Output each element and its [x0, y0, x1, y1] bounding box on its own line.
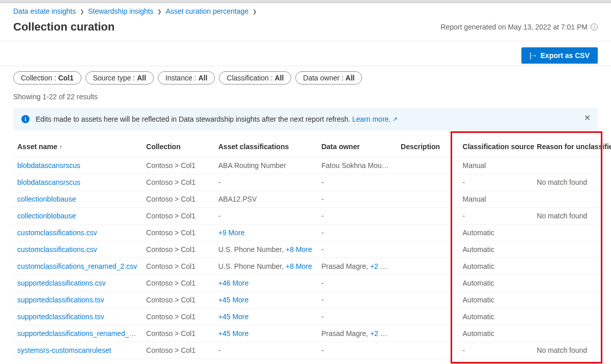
col-header-owner[interactable]: Data owner	[317, 136, 397, 157]
cell-description	[397, 275, 458, 292]
more-classifications-link[interactable]: +45 More	[218, 313, 249, 321]
cell-collection: Contoso > Col1	[142, 241, 214, 258]
cell-classification-source: Automatic	[459, 258, 533, 275]
cell-owner: -	[317, 174, 397, 191]
more-classifications-link[interactable]: +8 More	[286, 262, 312, 270]
cell-classification-source: Automatic	[459, 225, 533, 241]
cell-classifications: -	[214, 208, 317, 225]
col-header-classifications[interactable]: Asset classifications	[214, 136, 317, 157]
col-header-classification-source[interactable]: Classification source	[459, 136, 533, 157]
chevron-right-icon: ❯	[253, 9, 257, 14]
result-count: Showing 1-22 of 22 results	[0, 89, 611, 106]
breadcrumb-item-1[interactable]: Stewardship insights	[88, 7, 153, 15]
asset-link[interactable]: supportedclassifications.tsv	[17, 313, 104, 321]
asset-link[interactable]: customclassifications.csv	[17, 245, 97, 254]
more-classifications-link[interactable]: +8 More	[286, 245, 312, 254]
filter-instance[interactable]: Instance : All	[158, 71, 215, 85]
cell-reason	[533, 191, 605, 208]
cell-description	[397, 342, 458, 359]
info-icon[interactable]: i	[591, 23, 598, 31]
export-csv-button[interactable]: |→ Export as CSV	[521, 47, 598, 64]
cell-classification-source: Manual	[459, 191, 533, 208]
cell-reason	[533, 292, 605, 309]
cell-classifications: -	[214, 174, 317, 191]
cell-asset: customclassifications_renamed_2.csv	[13, 258, 142, 275]
asset-link[interactable]: customclassifications.csv	[17, 229, 97, 237]
breadcrumb-item-0[interactable]: Data estate insights	[13, 7, 76, 15]
asset-link[interactable]: blobdatascansrscus	[17, 161, 80, 170]
export-icon: |→	[530, 51, 537, 60]
filter-classification[interactable]: Classification : All	[219, 71, 291, 85]
filter-collection[interactable]: Collection : Col1	[13, 71, 81, 85]
cell-asset: systemsrs-customscanruleset	[13, 359, 142, 365]
sort-ascending-icon: ↑	[60, 144, 63, 151]
cell-collection: Contoso > Col1	[142, 325, 214, 342]
learn-more-link[interactable]: Learn more. ↗	[352, 115, 398, 123]
asset-link[interactable]: supportedclassifications.tsv	[17, 296, 104, 304]
more-owners-link[interactable]: +2 More	[370, 329, 397, 338]
cell-owner: -	[317, 275, 397, 292]
col-header-collection[interactable]: Collection	[142, 136, 214, 157]
cell-description	[397, 292, 458, 309]
table-row: supportedclassifications_renamed_2.tsvCo…	[13, 325, 605, 342]
more-owners-link[interactable]: +2 More	[370, 262, 397, 270]
cell-classification-source: Automatic	[459, 292, 533, 309]
asset-link[interactable]: collectionblobause	[17, 195, 76, 203]
table-row: systemsrs-customscanrulesetContoso > Col…	[13, 359, 605, 365]
cell-reason: No match found	[533, 359, 605, 365]
filter-source-type[interactable]: Source type : All	[86, 71, 154, 85]
cell-owner: -	[317, 292, 397, 309]
cell-reason	[533, 275, 605, 292]
asset-link[interactable]: blobdatascansrscus	[17, 178, 80, 186]
cell-asset: supportedclassifications_renamed_2.tsv	[13, 325, 142, 342]
table-row: supportedclassifications.csvContoso > Co…	[13, 275, 605, 292]
cell-owner: -	[317, 309, 397, 325]
table-row: blobdatascansrscusContoso > Col1ABA Rout…	[13, 157, 605, 174]
cell-reason	[533, 241, 605, 258]
cell-collection: Contoso > Col1	[142, 258, 214, 275]
report-generated-text: Report generated on May 13, 2022 at 7:01…	[440, 23, 598, 31]
table-row: systemsrs-customscanrulesetContoso > Col…	[13, 342, 605, 359]
cell-classification-source: -	[459, 208, 533, 225]
asset-link[interactable]: supportedclassifications.csv	[17, 279, 106, 287]
cell-asset: blobdatascansrscus	[13, 174, 142, 191]
more-classifications-link[interactable]: +45 More	[218, 296, 249, 304]
cell-description	[397, 225, 458, 241]
asset-link[interactable]: systemsrs-customscanruleset	[17, 346, 111, 354]
close-icon[interactable]: ✕	[584, 114, 591, 122]
cell-owner: Prasad Magre, +2 More	[317, 258, 397, 275]
cell-collection: Contoso > Col1	[142, 208, 214, 225]
more-classifications-link[interactable]: +45 More	[218, 329, 249, 338]
col-header-reason-unclassified[interactable]: Reason for unclassified	[533, 136, 605, 157]
cell-classifications: +45 More	[214, 325, 317, 342]
breadcrumb-item-2[interactable]: Asset curation percentage	[165, 7, 248, 15]
cell-classifications: +9 More	[214, 225, 317, 241]
table-row: customclassifications.csvContoso > Col1U…	[13, 241, 605, 258]
cell-classification-source: Automatic	[459, 275, 533, 292]
cell-reason	[533, 325, 605, 342]
asset-link[interactable]: supportedclassifications_renamed_2.tsv	[17, 329, 142, 338]
cell-description	[397, 191, 458, 208]
cell-description	[397, 174, 458, 191]
cell-classifications: ABA12.PSV	[214, 191, 317, 208]
more-classifications-link[interactable]: +46 More	[218, 279, 249, 287]
cell-collection: Contoso > Col1	[142, 359, 214, 365]
cell-description	[397, 258, 458, 275]
cell-asset: supportedclassifications.csv	[13, 275, 142, 292]
cell-collection: Contoso > Col1	[142, 275, 214, 292]
asset-link[interactable]: customclassifications_renamed_2.csv	[17, 262, 137, 270]
cell-classifications: ABA Routing Number	[214, 157, 317, 174]
export-csv-label: Export as CSV	[541, 51, 590, 60]
col-header-asset[interactable]: Asset name↑	[13, 136, 142, 157]
table-row: customclassifications.csvContoso > Col1+…	[13, 225, 605, 241]
assets-table: Asset name↑ Collection Asset classificat…	[13, 136, 605, 364]
page-title: Collection curation	[13, 20, 115, 34]
asset-link[interactable]: collectionblobause	[17, 212, 76, 220]
table-row: supportedclassifications.tsvContoso > Co…	[13, 292, 605, 309]
col-header-description[interactable]: Description	[397, 136, 458, 157]
filter-data-owner[interactable]: Data owner : All	[295, 71, 362, 85]
report-generated-label: Report generated on May 13, 2022 at 7:01…	[440, 23, 588, 31]
table-row: collectionblobauseContoso > Col1ABA12.PS…	[13, 191, 605, 208]
cell-collection: Contoso > Col1	[142, 225, 214, 241]
more-classifications-link[interactable]: +9 More	[218, 229, 245, 237]
